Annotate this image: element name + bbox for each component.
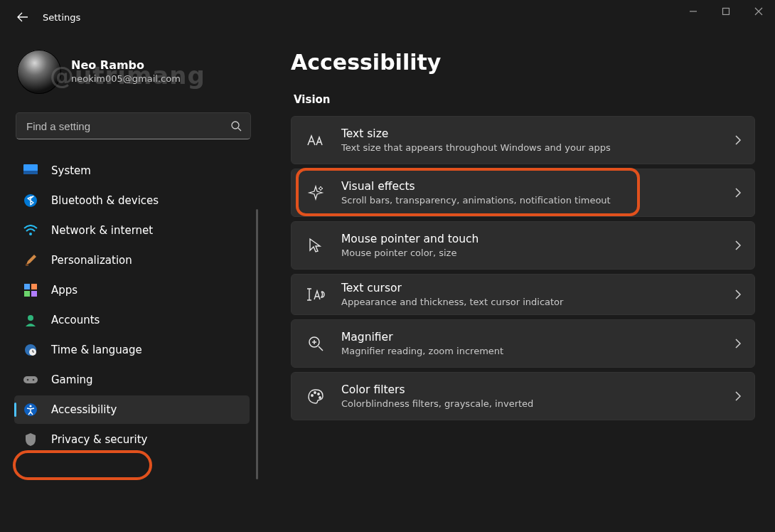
card-text: Text size Text size that appears through… [341, 127, 719, 154]
profile-name: Neo Rambo [71, 58, 181, 73]
svg-point-18 [33, 379, 35, 381]
sidebar-item-label: Accessibility [51, 403, 117, 416]
card-subtitle: Magnifier reading, zoom increment [341, 345, 719, 358]
sidebar-item-personalization[interactable]: Personalization [14, 246, 250, 275]
svg-line-3 [238, 128, 241, 131]
svg-point-17 [27, 379, 29, 381]
svg-point-27 [314, 392, 316, 393]
card-title: Magnifier [341, 330, 719, 345]
sidebar-item-label: Apps [51, 284, 78, 297]
card-title: Text cursor [341, 281, 719, 296]
page-title: Accessibility [291, 50, 755, 75]
avatar [17, 50, 61, 94]
settings-window: Settings @utrimang Neo Rambo neokim005@g… [0, 0, 775, 532]
svg-rect-12 [31, 291, 37, 297]
nav-list: System Bluetooth & devices Network & int… [14, 156, 255, 454]
card-title: Visual effects [341, 179, 719, 194]
card-title: Color filters [341, 383, 719, 398]
wifi-icon [23, 223, 38, 238]
back-button[interactable] [16, 10, 30, 24]
svg-rect-10 [31, 284, 37, 289]
card-mouse-pointer[interactable]: Mouse pointer and touch Mouse pointer co… [291, 221, 755, 270]
card-subtitle: Mouse pointer color, size [341, 247, 719, 260]
sidebar: @utrimang Neo Rambo neokim005@gmail.com [0, 34, 260, 532]
svg-point-28 [318, 393, 319, 395]
sidebar-item-accessibility[interactable]: Accessibility [14, 395, 250, 424]
chevron-right-icon [734, 289, 742, 300]
sidebar-item-apps[interactable]: Apps [14, 276, 250, 304]
maximize-icon [722, 7, 730, 16]
sidebar-item-bluetooth[interactable]: Bluetooth & devices [14, 186, 250, 215]
sidebar-item-label: Bluetooth & devices [51, 194, 159, 207]
svg-rect-5 [23, 171, 38, 174]
sparkle-icon [306, 183, 326, 203]
svg-point-26 [311, 395, 313, 396]
card-text: Text cursor Appearance and thickness, te… [341, 281, 719, 308]
shield-icon [23, 432, 38, 447]
clock-globe-icon [23, 342, 38, 358]
svg-line-23 [319, 346, 323, 351]
window-title: Settings [43, 12, 80, 23]
close-icon [754, 7, 763, 16]
gamepad-icon [23, 372, 38, 388]
sidebar-item-privacy[interactable]: Privacy & security [14, 425, 250, 454]
card-subtitle: Scroll bars, transparency, animations, n… [341, 194, 719, 207]
text-size-icon [306, 130, 326, 150]
chevron-right-icon [734, 134, 742, 146]
search-input[interactable] [25, 119, 230, 133]
magnifier-plus-icon [306, 334, 326, 353]
card-color-filters[interactable]: Color filters Colorblindness filters, gr… [291, 372, 755, 420]
chevron-right-icon [734, 338, 742, 349]
text-cursor-icon [306, 284, 326, 304]
minimize-button[interactable] [677, 0, 710, 23]
titlebar: Settings [0, 0, 775, 34]
svg-rect-8 [26, 264, 28, 266]
maximize-button[interactable] [710, 0, 742, 23]
sidebar-item-label: Gaming [51, 373, 93, 386]
sidebar-item-label: Personalization [51, 254, 132, 267]
window-controls [677, 0, 775, 28]
card-subtitle: Appearance and thickness, text cursor in… [341, 296, 719, 309]
sidebar-item-network[interactable]: Network & internet [14, 216, 250, 245]
minimize-icon [689, 7, 698, 16]
palette-icon [306, 386, 326, 406]
svg-point-7 [29, 233, 32, 235]
sidebar-item-time[interactable]: Time & language [14, 336, 250, 364]
accessibility-icon [23, 402, 38, 417]
svg-rect-11 [24, 291, 30, 297]
settings-card-list: Text size Text size that appears through… [291, 116, 755, 420]
profile-text: Neo Rambo neokim005@gmail.com [71, 58, 181, 85]
card-subtitle: Text size that appears throughout Window… [341, 142, 719, 154]
card-text-cursor[interactable]: Text cursor Appearance and thickness, te… [291, 274, 755, 315]
sidebar-item-label: Privacy & security [51, 433, 147, 446]
card-text: Mouse pointer and touch Mouse pointer co… [341, 232, 719, 259]
sidebar-item-label: Accounts [51, 314, 100, 326]
paintbrush-icon [23, 252, 38, 268]
close-button[interactable] [742, 0, 775, 23]
card-text-size[interactable]: Text size Text size that appears through… [291, 116, 755, 164]
svg-point-20 [29, 405, 31, 407]
bluetooth-icon [23, 193, 38, 208]
card-visual-effects[interactable]: Visual effects Scroll bars, transparency… [291, 169, 755, 217]
sidebar-item-gaming[interactable]: Gaming [14, 366, 250, 394]
sidebar-item-accounts[interactable]: Accounts [14, 306, 250, 334]
sidebar-scrollbar[interactable] [256, 209, 258, 479]
person-icon [23, 312, 38, 328]
card-title: Mouse pointer and touch [341, 232, 719, 247]
monitor-icon [23, 163, 38, 179]
chevron-right-icon [734, 390, 742, 402]
sidebar-item-system[interactable]: System [14, 156, 250, 185]
sidebar-item-label: Time & language [51, 344, 142, 356]
search-icon [230, 120, 242, 132]
card-title: Text size [341, 127, 719, 142]
profile-block[interactable]: Neo Rambo neokim005@gmail.com [14, 50, 255, 94]
search-box[interactable] [16, 112, 251, 139]
arrow-left-icon [17, 11, 28, 23]
cursor-icon [306, 235, 326, 255]
svg-point-2 [232, 122, 239, 129]
card-magnifier[interactable]: Magnifier Magnifier reading, zoom increm… [291, 319, 755, 368]
svg-point-13 [28, 315, 33, 321]
card-subtitle: Colorblindness filters, grayscale, inver… [341, 398, 719, 410]
svg-rect-9 [24, 284, 30, 289]
card-text: Color filters Colorblindness filters, gr… [341, 383, 719, 410]
